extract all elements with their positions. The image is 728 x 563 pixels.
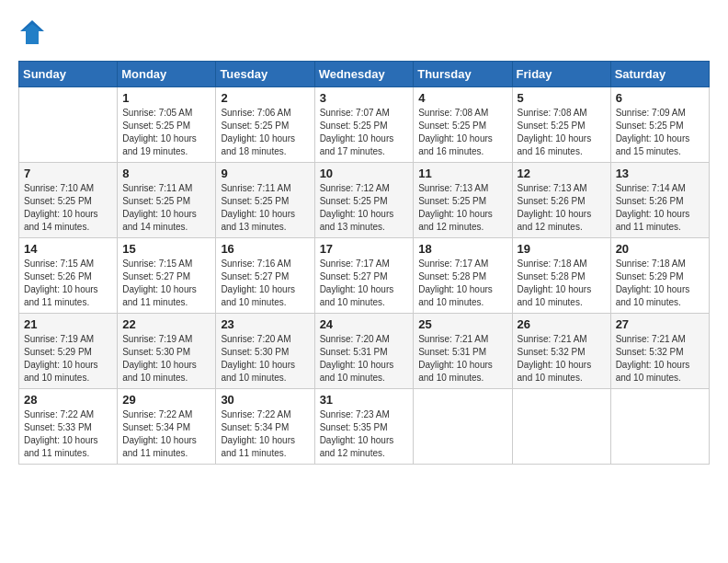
- day-cell: 7Sunrise: 7:10 AM Sunset: 5:25 PM Daylig…: [19, 163, 118, 238]
- day-number: 8: [122, 167, 210, 180]
- day-number: 14: [24, 242, 112, 256]
- header-cell-saturday: Saturday: [610, 62, 709, 87]
- day-cell: 25Sunrise: 7:21 AM Sunset: 5:31 PM Dayli…: [414, 314, 512, 389]
- calendar-table: SundayMondayTuesdayWednesdayThursdayFrid…: [18, 61, 710, 465]
- day-cell: 3Sunrise: 7:07 AM Sunset: 5:25 PM Daylig…: [314, 87, 414, 163]
- calendar-body: 1Sunrise: 7:05 AM Sunset: 5:25 PM Daylig…: [19, 87, 710, 465]
- week-row-4: 21Sunrise: 7:19 AM Sunset: 5:29 PM Dayli…: [19, 314, 710, 389]
- day-number: 4: [418, 91, 506, 105]
- day-number: 31: [320, 393, 409, 407]
- header-cell-sunday: Sunday: [19, 62, 118, 87]
- day-number: 10: [320, 167, 409, 180]
- day-info: Sunrise: 7:22 AM Sunset: 5:34 PM Dayligh…: [221, 408, 309, 460]
- day-number: 13: [616, 167, 704, 180]
- day-cell: 24Sunrise: 7:20 AM Sunset: 5:31 PM Dayli…: [314, 314, 414, 389]
- day-info: Sunrise: 7:08 AM Sunset: 5:25 PM Dayligh…: [418, 107, 506, 158]
- header-cell-tuesday: Tuesday: [216, 62, 314, 87]
- day-info: Sunrise: 7:16 AM Sunset: 5:27 PM Dayligh…: [221, 258, 309, 309]
- day-info: Sunrise: 7:09 AM Sunset: 5:25 PM Dayligh…: [616, 107, 704, 158]
- day-cell: 26Sunrise: 7:21 AM Sunset: 5:32 PM Dayli…: [512, 314, 610, 389]
- day-info: Sunrise: 7:11 AM Sunset: 5:25 PM Dayligh…: [221, 182, 309, 234]
- day-number: 30: [221, 393, 309, 407]
- day-number: 25: [418, 317, 506, 331]
- day-number: 2: [221, 91, 309, 105]
- week-row-2: 7Sunrise: 7:10 AM Sunset: 5:25 PM Daylig…: [19, 163, 710, 238]
- day-number: 15: [122, 242, 210, 256]
- day-number: 16: [221, 242, 309, 256]
- day-info: Sunrise: 7:19 AM Sunset: 5:29 PM Dayligh…: [24, 333, 112, 385]
- day-info: Sunrise: 7:20 AM Sunset: 5:30 PM Dayligh…: [221, 333, 309, 385]
- day-cell: 14Sunrise: 7:15 AM Sunset: 5:26 PM Dayli…: [19, 238, 118, 314]
- day-cell: 27Sunrise: 7:21 AM Sunset: 5:32 PM Dayli…: [610, 314, 709, 389]
- day-cell: [19, 87, 118, 163]
- header-cell-wednesday: Wednesday: [314, 62, 414, 87]
- day-info: Sunrise: 7:22 AM Sunset: 5:34 PM Dayligh…: [122, 408, 210, 460]
- day-info: Sunrise: 7:15 AM Sunset: 5:26 PM Dayligh…: [24, 258, 112, 309]
- day-info: Sunrise: 7:07 AM Sunset: 5:25 PM Dayligh…: [320, 107, 409, 158]
- day-cell: [512, 389, 610, 465]
- day-number: 29: [122, 393, 210, 407]
- day-info: Sunrise: 7:20 AM Sunset: 5:31 PM Dayligh…: [320, 333, 409, 385]
- day-info: Sunrise: 7:22 AM Sunset: 5:33 PM Dayligh…: [24, 408, 112, 460]
- day-cell: 15Sunrise: 7:15 AM Sunset: 5:27 PM Dayli…: [118, 238, 216, 314]
- header-cell-monday: Monday: [118, 62, 216, 87]
- day-cell: 23Sunrise: 7:20 AM Sunset: 5:30 PM Dayli…: [216, 314, 314, 389]
- day-info: Sunrise: 7:13 AM Sunset: 5:25 PM Dayligh…: [418, 182, 506, 234]
- day-number: 23: [221, 317, 309, 331]
- day-cell: 13Sunrise: 7:14 AM Sunset: 5:26 PM Dayli…: [610, 163, 709, 238]
- day-cell: 31Sunrise: 7:23 AM Sunset: 5:35 PM Dayli…: [314, 389, 414, 465]
- logo: [18, 18, 50, 46]
- day-cell: 12Sunrise: 7:13 AM Sunset: 5:26 PM Dayli…: [512, 163, 610, 238]
- header-cell-thursday: Thursday: [414, 62, 512, 87]
- week-row-3: 14Sunrise: 7:15 AM Sunset: 5:26 PM Dayli…: [19, 238, 710, 314]
- day-info: Sunrise: 7:21 AM Sunset: 5:32 PM Dayligh…: [616, 333, 704, 385]
- day-cell: 6Sunrise: 7:09 AM Sunset: 5:25 PM Daylig…: [610, 87, 709, 163]
- day-cell: 10Sunrise: 7:12 AM Sunset: 5:25 PM Dayli…: [314, 163, 414, 238]
- calendar-header: SundayMondayTuesdayWednesdayThursdayFrid…: [19, 62, 710, 87]
- logo-icon: [18, 18, 46, 46]
- day-cell: [610, 389, 709, 465]
- day-info: Sunrise: 7:18 AM Sunset: 5:29 PM Dayligh…: [616, 258, 704, 309]
- day-number: 28: [24, 393, 112, 407]
- day-info: Sunrise: 7:19 AM Sunset: 5:30 PM Dayligh…: [122, 333, 210, 385]
- header-cell-friday: Friday: [512, 62, 610, 87]
- day-cell: 16Sunrise: 7:16 AM Sunset: 5:27 PM Dayli…: [216, 238, 314, 314]
- day-number: 19: [518, 242, 606, 256]
- day-cell: 4Sunrise: 7:08 AM Sunset: 5:25 PM Daylig…: [414, 87, 512, 163]
- day-info: Sunrise: 7:06 AM Sunset: 5:25 PM Dayligh…: [221, 107, 309, 158]
- day-info: Sunrise: 7:08 AM Sunset: 5:25 PM Dayligh…: [518, 107, 606, 158]
- day-info: Sunrise: 7:21 AM Sunset: 5:32 PM Dayligh…: [518, 333, 606, 385]
- day-info: Sunrise: 7:21 AM Sunset: 5:31 PM Dayligh…: [418, 333, 506, 385]
- day-number: 3: [320, 91, 409, 105]
- day-cell: 21Sunrise: 7:19 AM Sunset: 5:29 PM Dayli…: [19, 314, 118, 389]
- day-info: Sunrise: 7:12 AM Sunset: 5:25 PM Dayligh…: [320, 182, 409, 234]
- week-row-1: 1Sunrise: 7:05 AM Sunset: 5:25 PM Daylig…: [19, 87, 710, 163]
- day-info: Sunrise: 7:17 AM Sunset: 5:27 PM Dayligh…: [320, 258, 409, 309]
- day-number: 7: [24, 167, 112, 180]
- day-cell: 19Sunrise: 7:18 AM Sunset: 5:28 PM Dayli…: [512, 238, 610, 314]
- day-number: 17: [320, 242, 409, 256]
- header-row: SundayMondayTuesdayWednesdayThursdayFrid…: [19, 62, 710, 87]
- day-number: 5: [518, 91, 606, 105]
- day-number: 27: [616, 317, 704, 331]
- day-info: Sunrise: 7:15 AM Sunset: 5:27 PM Dayligh…: [122, 258, 210, 309]
- day-number: 24: [320, 317, 409, 331]
- day-info: Sunrise: 7:05 AM Sunset: 5:25 PM Dayligh…: [122, 107, 210, 158]
- day-cell: [414, 389, 512, 465]
- day-cell: 29Sunrise: 7:22 AM Sunset: 5:34 PM Dayli…: [118, 389, 216, 465]
- day-cell: 9Sunrise: 7:11 AM Sunset: 5:25 PM Daylig…: [216, 163, 314, 238]
- day-info: Sunrise: 7:17 AM Sunset: 5:28 PM Dayligh…: [418, 258, 506, 309]
- day-cell: 18Sunrise: 7:17 AM Sunset: 5:28 PM Dayli…: [414, 238, 512, 314]
- day-info: Sunrise: 7:13 AM Sunset: 5:26 PM Dayligh…: [518, 182, 606, 234]
- day-number: 6: [616, 91, 704, 105]
- week-row-5: 28Sunrise: 7:22 AM Sunset: 5:33 PM Dayli…: [19, 389, 710, 465]
- day-number: 26: [518, 317, 606, 331]
- day-cell: 8Sunrise: 7:11 AM Sunset: 5:25 PM Daylig…: [118, 163, 216, 238]
- day-number: 20: [616, 242, 704, 256]
- day-number: 21: [24, 317, 112, 331]
- day-number: 9: [221, 167, 309, 180]
- day-cell: 28Sunrise: 7:22 AM Sunset: 5:33 PM Dayli…: [19, 389, 118, 465]
- day-number: 1: [122, 91, 210, 105]
- day-number: 22: [122, 317, 210, 331]
- page-header: [18, 18, 710, 46]
